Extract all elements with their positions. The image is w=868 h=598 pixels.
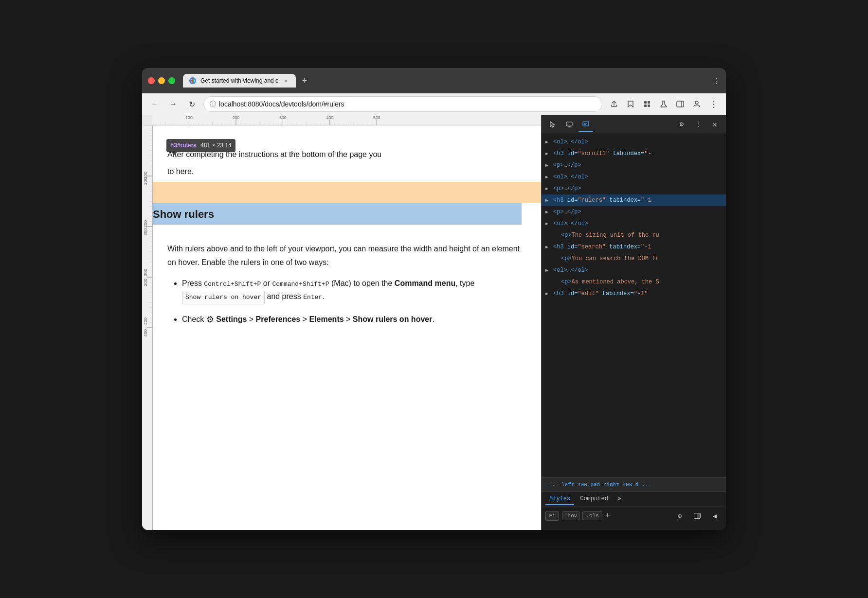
browser-content: // We'll draw with static marks 100 200 …	[142, 115, 726, 530]
svg-text:200: 200	[233, 115, 240, 120]
security-icon: ⓘ	[210, 100, 216, 108]
svg-text:100: 100	[185, 115, 193, 120]
active-tab[interactable]: Get started with viewing and c ×	[183, 74, 296, 88]
forward-button[interactable]: →	[166, 97, 180, 111]
profile-icon[interactable]	[690, 97, 704, 111]
tab-title: Get started with viewing and c	[200, 77, 278, 84]
devtools-settings-icon[interactable]: ⚙	[674, 117, 689, 132]
svg-rect-4	[648, 101, 650, 104]
svg-rect-5	[644, 105, 647, 107]
svg-rect-8	[677, 101, 684, 107]
dom-node-p2[interactable]: ▶ <p>…</p>	[542, 183, 726, 194]
styles-tab[interactable]: Styles	[545, 493, 574, 505]
ruler-label-200: 200	[143, 220, 148, 228]
ruler-label-100: 100	[143, 172, 148, 179]
devtools-more-icon[interactable]: ⋮	[691, 117, 705, 132]
address-bar: ← → ↻ ⓘ localhost:8080/docs/devtools/dom…	[142, 93, 726, 115]
devtools-panel: ⚙ ⋮ ✕ ▶ <ol>…</ol> ▶ <h3 id="scroll1" ta…	[541, 115, 726, 530]
traffic-lights	[148, 77, 175, 84]
close-button[interactable]	[148, 77, 155, 84]
blue-highlight-row: Show rulers	[153, 203, 522, 225]
settings-gear-icon: ⚙	[206, 312, 214, 327]
browser-window: Get started with viewing and c × + ⋮ ← →…	[142, 68, 726, 530]
dom-node-p-sizing[interactable]: <p>The sizing unit of the ru	[542, 229, 726, 241]
browser-toolbar-icons: ⋮	[607, 97, 720, 111]
dom-node-h3-scroll1[interactable]: ▶ <h3 id="scroll1" tabindex="-	[542, 148, 726, 159]
svg-point-10	[695, 101, 698, 104]
bookmark-icon[interactable]	[624, 97, 637, 111]
dom-node-ol1[interactable]: ▶ <ol>…</ol>	[542, 136, 726, 148]
svg-rect-120	[697, 513, 701, 519]
dom-node-p1[interactable]: ▶ <p>…</p>	[542, 159, 726, 171]
ruler-label-400: 400	[143, 317, 148, 325]
dom-node-ul1[interactable]: ▶ <ul>…</ul>	[542, 218, 726, 229]
styles-icon-2[interactable]	[690, 509, 705, 523]
url-bar[interactable]: ⓘ localhost:8080/docs/devtools/dom/#rule…	[203, 96, 602, 112]
dom-node-p-search[interactable]: <p>You can search the DOM Tr	[542, 253, 726, 264]
svg-text:300: 300	[143, 279, 148, 286]
element-tooltip: h3#rulers 481 × 23.14	[166, 139, 235, 152]
minimize-button[interactable]	[158, 77, 165, 84]
breadcrumb-bar: ... -left-400.pad-right-400 d ...	[542, 477, 726, 491]
computed-tab[interactable]: Computed	[576, 493, 612, 505]
svg-rect-3	[644, 101, 647, 104]
dom-node-h3-edit[interactable]: ▶ <h3 id="edit" tabindex="-1"	[542, 288, 726, 299]
section-heading: Show rulers	[153, 206, 214, 223]
device-toggle-icon[interactable]	[562, 117, 577, 132]
browser-menu-icon[interactable]: ⋮	[706, 97, 720, 111]
tooltip-tag: h3#rulers	[170, 141, 197, 150]
pseudo-classes-button[interactable]: :hov	[562, 511, 579, 520]
tooltip-arrow	[171, 152, 177, 155]
svg-text:500: 500	[373, 115, 380, 120]
back-button[interactable]: ←	[148, 97, 162, 111]
maximize-button[interactable]	[168, 77, 175, 84]
svg-rect-67	[142, 115, 152, 125]
dom-tree: ▶ <ol>…</ol> ▶ <h3 id="scroll1" tabindex…	[542, 134, 726, 477]
svg-text:400: 400	[326, 115, 334, 120]
svg-text:300: 300	[279, 115, 287, 120]
dom-node-p3[interactable]: ▶ <p>…</p>	[542, 206, 726, 218]
more-tabs-icon[interactable]: »	[614, 493, 625, 505]
toggle-classes-button[interactable]: .cls	[582, 511, 602, 520]
breadcrumb-text: ... -left-400.pad-right-400 d ...	[545, 482, 651, 488]
reload-button[interactable]: ↻	[185, 97, 199, 111]
page-with-ruler: 100 200 300 400	[142, 125, 541, 530]
inspect-element-icon[interactable]	[545, 117, 560, 132]
styles-tabs: Styles Computed »	[542, 492, 726, 507]
dom-node-ol2[interactable]: ▶ <ol>…</ol>	[542, 171, 726, 183]
styles-panel: Styles Computed » Fi :hov .cls	[542, 491, 726, 530]
labs-icon[interactable]	[657, 97, 670, 111]
intro-section: h3#rulers 481 × 23.14 After completing t…	[153, 125, 541, 178]
devtools-toolbar: ⚙ ⋮ ✕	[542, 115, 726, 134]
console-icon[interactable]	[579, 117, 593, 132]
new-tab-button[interactable]: +	[298, 74, 311, 88]
dom-node-ol3[interactable]: ▶ <ol>…</ol>	[542, 264, 726, 276]
sidebar-toggle-icon[interactable]	[673, 97, 687, 111]
svg-rect-113	[566, 122, 572, 126]
left-ruler: 100 200 300 400	[142, 125, 153, 530]
dom-node-h3-search[interactable]: ▶ <h3 id="search" tabindex="-1	[542, 241, 726, 253]
ruler-label-300: 300	[143, 269, 148, 276]
show-rulers-code-box: Show rulers on hover	[182, 291, 265, 304]
extensions-icon[interactable]	[640, 97, 654, 111]
url-text: localhost:8080/docs/devtools/dom/#rulers	[219, 100, 596, 108]
title-bar: Get started with viewing and c × + ⋮	[142, 68, 726, 93]
orange-highlight-row	[153, 182, 541, 203]
overflow-menu-icon[interactable]: ⋮	[712, 76, 720, 86]
share-icon[interactable]	[607, 97, 621, 111]
body-text: With rulers above and to the left of you…	[167, 242, 522, 268]
top-ruler: // We'll draw with static marks 100 200 …	[142, 115, 541, 125]
dom-node-p-mentioned[interactable]: <p>As mentioned above, the S	[542, 276, 726, 288]
dom-node-h3-rulers[interactable]: ▶ <h3 id="rulers" tabindex="-1	[542, 194, 726, 206]
add-style-rule-button[interactable]: +	[605, 511, 610, 520]
tooltip-dims: 481 × 23.14	[200, 141, 232, 150]
svg-text:400: 400	[143, 329, 148, 337]
styles-filter-input[interactable]: Fi	[545, 511, 559, 521]
tabs-area: Get started with viewing and c × +	[183, 74, 708, 88]
devtools-close-icon[interactable]: ✕	[707, 117, 722, 132]
styles-icon-1[interactable]: ⊕	[672, 509, 687, 523]
tab-close-icon[interactable]: ×	[282, 77, 290, 85]
styles-icon-3[interactable]: ◀	[707, 509, 722, 523]
page-area: // We'll draw with static marks 100 200 …	[142, 115, 541, 530]
bullet-1: Press Control+Shift+P or Command+Shift+P…	[182, 277, 522, 304]
